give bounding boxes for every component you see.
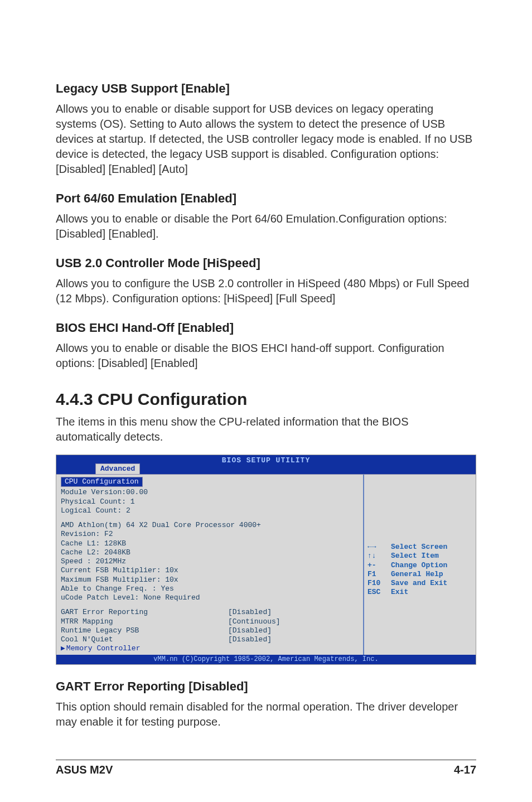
bios-help-row: ESCExit [367,588,472,597]
bios-setting-cool-n-quiet[interactable]: Cool N'Quiet [Disabled] [61,635,359,644]
bios-help-desc: Change Option [391,561,447,570]
bios-cpu-line: Revision: F2 [61,530,359,539]
bios-cpu-line: Cache L1: 128KB [61,539,359,548]
heading-gart: GART Error Reporting [Disabled] [56,679,476,694]
bios-help-row: F10Save and Exit [367,579,472,588]
bios-cpu-line: AMD Athlon(tm) 64 X2 Dual Core Processor… [61,521,359,530]
bios-help-desc: General Help [391,570,443,579]
bios-setting-value: [Continuous] [228,617,280,626]
bios-info-line: Physical Count: 1 [61,497,359,506]
bios-header: BIOS SETUP UTILITY Advanced [56,455,476,474]
body-gart: This option should remain disabled for t… [56,699,476,729]
bios-setting-label: GART Error Reporting [61,608,228,617]
bios-help-row: ↑↓Select Item [367,552,472,561]
bios-info-line: Module Version:00.00 [61,488,359,497]
page-footer: ASUS M2V 4-17 [56,760,476,776]
bios-help-key: ←→ [367,543,391,552]
spacer [61,515,359,521]
bios-title: BIOS SETUP UTILITY [222,456,310,465]
bios-help-desc: Save and Exit [391,579,447,588]
spacer [61,602,359,608]
bios-help-key: +- [367,561,391,570]
bios-help-desc: Select Screen [391,543,447,552]
bios-setting-value: [Disabled] [228,626,272,635]
heading-usb20: USB 2.0 Controller Mode [HiSpeed] [56,256,476,270]
triangle-right-icon: ▶ [61,644,65,653]
bios-setting-label: Runtime Legacy PSB [61,626,228,635]
bios-help-desc: Select Item [391,552,439,561]
bios-cpu-line: Current FSB Multiplier: 10x [61,566,359,575]
bios-cpu-line: Speed : 2012MHz [61,557,359,566]
bios-cpu-config-title: CPU Configuration [61,477,143,487]
footer-product: ASUS M2V [56,764,113,776]
body-cpu-configuration: The items in this menu show the CPU-rela… [56,414,476,445]
bios-right-pane: ←→Select Screen ↑↓Select Item +-Change O… [364,475,476,655]
bios-help-row: ←→Select Screen [367,543,472,552]
bios-help-row: +-Change Option [367,561,472,570]
bios-cpu-line: uCode Patch Level: None Required [61,593,359,602]
bios-help-desc: Exit [391,588,408,597]
bios-footer: vMM.nn (C)Copyright 1985-2002, American … [56,655,476,664]
bios-setting-label: Cool N'Quiet [61,635,228,644]
bios-help-key: F1 [367,570,391,579]
bios-setup-screenshot: BIOS SETUP UTILITY Advanced CPU Configur… [56,455,476,665]
body-ehci: Allows you to enable or disable the BIOS… [56,341,476,371]
bios-help-row: F1General Help [367,570,472,579]
bios-left-pane: CPU Configuration Module Version:00.00 P… [56,475,364,655]
footer-page-number: 4-17 [454,764,476,776]
bios-help-key: F10 [367,579,391,588]
bios-help-key: ESC [367,588,391,597]
body-legacy-usb: Allows you to enable or disable support … [56,102,476,177]
bios-setting-mtrr[interactable]: MTRR Mapping [Continuous] [61,617,359,626]
heading-legacy-usb: Legacy USB Support [Enable] [56,81,476,96]
bios-cpu-line: Able to Change Freq. : Yes [61,584,359,593]
heading-ehci: BIOS EHCI Hand-Off [Enabled] [56,321,476,335]
bios-setting-value: [Disabled] [228,608,272,617]
heading-port-6460: Port 64/60 Emulation [Enabled] [56,191,476,206]
bios-info-line: Logical Count: 2 [61,506,359,515]
bios-body: CPU Configuration Module Version:00.00 P… [56,474,476,655]
body-usb20: Allows you to configure the USB 2.0 cont… [56,276,476,306]
bios-tab-advanced[interactable]: Advanced [95,463,140,474]
bios-memory-controller-label: Memory Controller [66,644,141,653]
bios-cpu-line: Maximum FSB Multiplier: 10x [61,576,359,584]
bios-memory-controller[interactable]: ▶Memory Controller [61,644,359,653]
bios-setting-value: [Disabled] [228,635,272,644]
bios-setting-label: MTRR Mapping [61,617,228,626]
bios-setting-gart[interactable]: GART Error Reporting [Disabled] [61,608,359,617]
body-port-6460: Allows you to enable or disable the Port… [56,211,476,241]
heading-cpu-configuration: 4.4.3 CPU Configuration [56,390,476,409]
bios-help-key: ↑↓ [367,552,391,561]
bios-cpu-line: Cache L2: 2048KB [61,548,359,557]
bios-setting-runtime-psb[interactable]: Runtime Legacy PSB [Disabled] [61,626,359,635]
